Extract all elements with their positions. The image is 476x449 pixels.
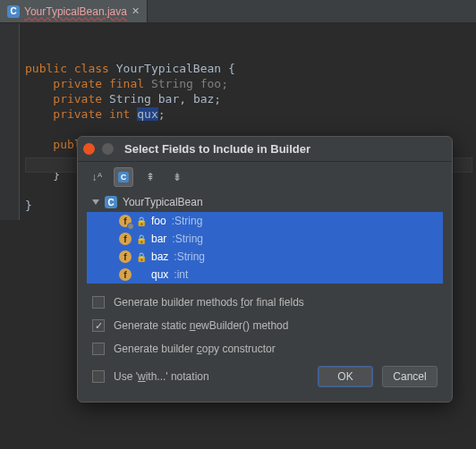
kw: private [53,92,102,106]
field-name: qux [151,268,168,281]
type: String [109,92,151,106]
brace: } [25,199,32,212]
kw: public [25,62,67,75]
expand-triangle-icon[interactable] [92,199,99,205]
field-name: baz [193,92,214,106]
tree-root-label: YourTypicalBean [123,196,203,208]
kw: final [109,77,144,90]
field-name: baz [151,250,168,263]
brace: { [221,62,235,75]
field-item[interactable]: f 🔒 baz:String [87,248,443,266]
opt-label: Generate static newBuilder() method [114,319,288,332]
field-name: bar [151,233,166,245]
expand-all-icon[interactable]: ⇞ [140,167,160,187]
field-icon: f [119,250,132,263]
opt-final-fields[interactable]: Generate builder methods for final field… [92,296,438,309]
checkbox-icon[interactable] [92,343,105,355]
field-icon: f [119,233,132,245]
field-icon: f [119,215,132,227]
opt-with-notation[interactable]: Use 'with...' notation [92,370,318,383]
tab-filename: YourTypicalBean.java [24,5,127,18]
sort-az-icon[interactable]: ↓ᴬ [87,167,106,187]
field-name: foo [200,77,221,90]
field-name: bar [158,92,179,106]
field-type: :String [172,215,203,227]
editor-tab[interactable]: C YourTypicalBean.java ✕ [0,0,148,22]
window-close-icon[interactable] [83,143,95,155]
type: int [109,107,130,121]
collapse-all-icon[interactable]: ⇟ [167,167,187,187]
field-type: :String [174,250,205,263]
checkbox-icon[interactable] [92,296,105,309]
field-name: foo [151,215,166,227]
dialog-title: Select Fields to Include in Builder [124,142,310,156]
opt-static-newbuilder[interactable]: Generate static newBuilder() method [92,319,438,332]
opt-label: Use 'with...' notation [114,370,209,383]
field-name-highlighted: qux [137,107,157,121]
kw: class [74,62,109,75]
show-classes-icon[interactable]: C [114,167,133,187]
tree-items-selected: f 🔒 foo:String f 🔒 bar:String f 🔒 baz:St… [87,212,443,284]
field-tree: C YourTypicalBean f 🔒 foo:String f 🔒 bar… [87,192,443,284]
window-minimize-icon[interactable] [102,143,114,155]
editor-tabbar: C YourTypicalBean.java ✕ [0,0,476,23]
dialog-options: Generate builder methods for final field… [78,284,452,393]
dialog-toolbar: ↓ᴬ C ⇞ ⇟ [78,162,452,192]
lock-icon: 🔒 [137,216,146,225]
editor-gutter [0,23,20,220]
close-tab-icon[interactable]: ✕ [132,5,140,17]
java-class-icon: C [105,196,117,208]
field-item[interactable]: f 🔒 qux:int [87,266,443,284]
ok-button[interactable]: OK [318,366,373,387]
field-item[interactable]: f 🔒 foo:String [87,212,443,230]
cancel-button[interactable]: Cancel [382,366,438,387]
kw: private [53,77,102,90]
field-icon: f [119,268,132,281]
builder-dialog: Select Fields to Include in Builder ↓ᴬ C… [77,136,453,402]
field-type: :int [174,268,188,281]
lock-icon: 🔒 [137,252,146,261]
class-name: YourTypicalBean [116,62,221,75]
tree-root-node[interactable]: C YourTypicalBean [87,192,443,212]
opt-label: Generate builder copy constructor [114,343,276,355]
opt-copy-constructor[interactable]: Generate builder copy constructor [92,343,438,355]
comma: , [179,92,193,106]
lock-icon: 🔒 [137,234,146,243]
type: String [151,77,193,90]
field-item[interactable]: f 🔒 bar:String [87,230,443,248]
checkbox-icon[interactable] [92,370,105,383]
opt-label: Generate builder methods for final field… [114,296,304,309]
semi: ; [214,92,221,106]
semi: ; [158,107,166,121]
checkbox-icon[interactable] [92,319,105,332]
dialog-titlebar[interactable]: Select Fields to Include in Builder [78,137,452,162]
kw: private [53,107,102,121]
semi: ; [221,77,228,90]
field-type: :String [172,233,203,245]
java-class-icon: C [7,5,20,18]
